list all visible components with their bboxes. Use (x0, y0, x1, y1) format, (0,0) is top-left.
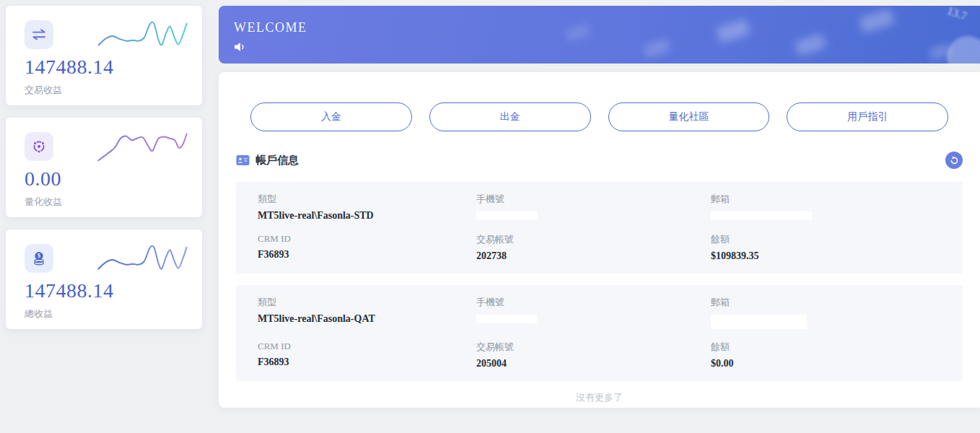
quant-community-button[interactable]: 量化社區 (608, 102, 770, 131)
svg-text:$: $ (38, 253, 40, 259)
type-value: MT5live-real\Fasonla-QAT (258, 313, 476, 325)
field-balance: 餘額 $0.00 (711, 341, 941, 369)
quant-income-sparkline (95, 129, 191, 165)
email-label: 郵箱 (711, 193, 941, 206)
balance-value: $0.00 (711, 358, 941, 369)
stat-card-quant-income: 0.00 量化收益 (6, 118, 202, 217)
crm-id-label: CRM ID (258, 233, 476, 245)
redacted-phone (476, 211, 537, 220)
account-row-qat: 類型 MT5live-real\Fasonla-QAT 手機號 郵箱 CRM I… (236, 285, 963, 381)
account-panel: 入金 出金 量化社區 用戶指引 帳戶信息 (219, 72, 980, 408)
type-label: 類型 (258, 193, 476, 206)
crm-id-value: F36893 (258, 357, 476, 368)
total-income-value: 147488.14 (25, 279, 202, 302)
type-value: MT5live-real\Fasonla-STD (258, 210, 476, 222)
refresh-button[interactable] (945, 152, 963, 169)
field-phone: 手機號 (476, 193, 711, 222)
withdraw-button[interactable]: 出金 (429, 102, 591, 131)
trade-account-value: 205004 (476, 358, 711, 369)
crm-id-label: CRM ID (258, 341, 476, 352)
field-trade-account: 交易帳號 202738 (476, 233, 711, 262)
field-type: 類型 MT5live-real\Fasonla-QAT (258, 296, 476, 329)
redacted-email (711, 315, 807, 329)
type-label: 類型 (258, 296, 476, 309)
total-income-sparkline (95, 241, 191, 277)
field-crm-id: CRM ID F36893 (258, 233, 476, 262)
refresh-icon (950, 156, 959, 165)
quant-income-value: 0.00 (25, 167, 202, 191)
speaker-icon (234, 42, 246, 52)
no-more-text: 沒有更多了 (236, 391, 963, 404)
quick-actions: 入金 出金 量化社區 用戶指引 (250, 72, 948, 131)
trade-account-value: 202738 (476, 250, 711, 262)
crm-id-value: F36893 (258, 249, 476, 261)
field-trade-account: 交易帳號 205004 (476, 341, 711, 369)
stat-card-total-income: $ 147488.14 總收益 (6, 229, 202, 329)
welcome-title: WELCOME (219, 6, 980, 35)
trading-income-sparkline (95, 17, 191, 53)
field-balance: 餘額 $109839.35 (711, 233, 941, 262)
balance-value: $109839.35 (711, 250, 941, 262)
phone-label: 手機號 (476, 193, 711, 206)
field-type: 類型 MT5live-real\Fasonla-STD (258, 193, 476, 222)
welcome-banner: 13.7 WELCOME (219, 6, 980, 64)
id-card-icon (236, 154, 250, 166)
email-label: 郵箱 (711, 296, 941, 309)
field-email: 郵箱 (711, 296, 941, 329)
redacted-email (711, 211, 812, 220)
transfer-arrows-icon (25, 20, 53, 49)
main-content: 13.7 WELCOME 入金 出金 量化社區 用戶指引 帳戶信息 (219, 6, 980, 408)
quant-income-label: 量化收益 (25, 196, 202, 209)
redacted-phone (476, 315, 537, 323)
stats-sidebar: 147488.14 交易收益 0.00 量化收益 $ (6, 6, 202, 329)
stat-card-trading-income: 147488.14 交易收益 (6, 6, 202, 105)
quant-bot-icon (25, 132, 53, 161)
field-crm-id: CRM ID F36893 (258, 341, 476, 369)
trading-income-label: 交易收益 (25, 84, 202, 97)
user-guide-button[interactable]: 用戶指引 (787, 102, 948, 131)
trading-income-value: 147488.14 (25, 56, 202, 79)
total-income-label: 總收益 (25, 307, 202, 320)
trade-account-label: 交易帳號 (476, 341, 711, 354)
account-info-title: 帳戶信息 (255, 154, 299, 167)
phone-label: 手機號 (476, 296, 711, 309)
trade-account-label: 交易帳號 (476, 233, 711, 246)
deposit-button[interactable]: 入金 (250, 102, 412, 131)
balance-label: 餘額 (711, 341, 941, 354)
coin-stack-icon: $ (25, 244, 53, 273)
banner-decor-circle (947, 36, 980, 64)
account-row-std: 類型 MT5live-real\Fasonla-STD 手機號 郵箱 CRM I… (236, 182, 963, 274)
field-email: 郵箱 (711, 193, 941, 222)
field-phone: 手機號 (476, 296, 711, 329)
balance-label: 餘額 (711, 233, 941, 246)
account-info-header: 帳戶信息 (236, 152, 963, 169)
